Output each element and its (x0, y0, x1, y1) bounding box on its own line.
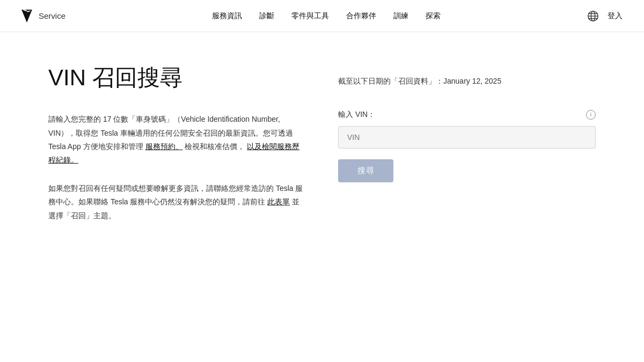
vin-label: 輸入 VIN： (338, 108, 375, 120)
left-column: VIN 召回搜尋 請輸入您完整的 17 位數「車身號碼」（Vehicle Ide… (48, 64, 306, 223)
nav-explore[interactable]: 探索 (426, 10, 441, 21)
nav-service-info[interactable]: 服務資訊 (212, 10, 242, 21)
tesla-t-icon (21, 10, 32, 23)
nav-partners[interactable]: 合作夥伴 (346, 10, 376, 21)
main-content: VIN 召回搜尋 請輸入您完整的 17 位數「車身號碼」（Vehicle Ide… (27, 32, 617, 255)
nav-training[interactable]: 訓練 (393, 10, 408, 21)
nav-diagnostics[interactable]: 診斷 (259, 10, 274, 21)
header-right: 登入 (587, 10, 623, 22)
service-appointment-link[interactable]: 服務預約、 (145, 142, 183, 151)
description-1: 請輸入您完整的 17 位數「車身號碼」（Vehicle Identificati… (48, 113, 306, 167)
nav-parts-tools[interactable]: 零件與工具 (291, 10, 329, 21)
service-label: Service (39, 10, 65, 23)
recall-date: 截至以下日期的「召回資料」：January 12, 2025 (338, 75, 596, 87)
recall-form-link[interactable]: 此表單 (267, 197, 290, 206)
search-button[interactable]: 搜尋 (338, 159, 393, 182)
site-header: Service 服務資訊 診斷 零件與工具 合作夥伴 訓練 探索 登入 (0, 0, 644, 32)
vin-label-row: 輸入 VIN： i (338, 108, 596, 120)
right-column: 截至以下日期的「召回資料」：January 12, 2025 輸入 VIN： i… (338, 64, 596, 223)
globe-icon[interactable] (587, 10, 599, 22)
login-button[interactable]: 登入 (608, 11, 623, 21)
page-title: VIN 召回搜尋 (48, 64, 306, 91)
vin-input[interactable] (338, 126, 596, 149)
logo-link[interactable]: Service (21, 10, 65, 23)
description-2: 如果您對召回有任何疑問或想要瞭解更多資訊，請聯絡您經常造訪的 Tesla 服務中… (48, 182, 306, 223)
main-nav: 服務資訊 診斷 零件與工具 合作夥伴 訓練 探索 (212, 10, 441, 21)
info-icon[interactable]: i (586, 110, 596, 120)
